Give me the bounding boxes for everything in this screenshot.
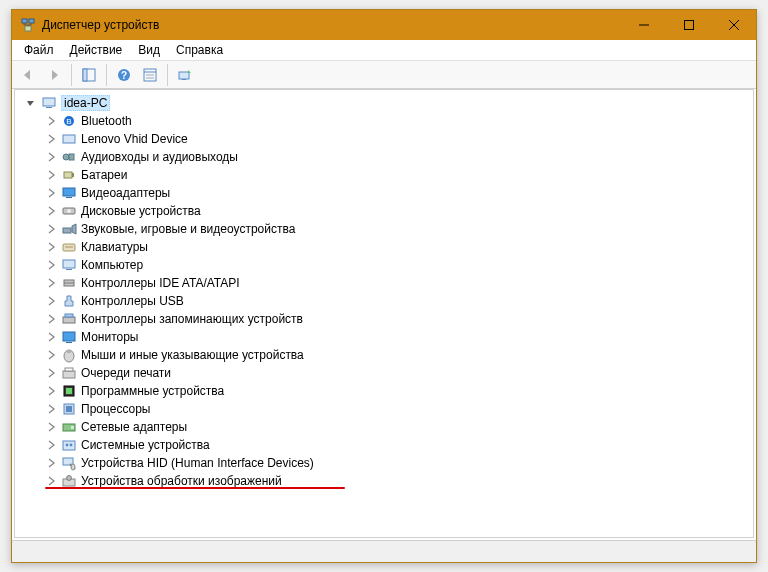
svg-rect-2 <box>25 26 31 31</box>
menu-view[interactable]: Вид <box>130 41 168 59</box>
expander-closed-icon[interactable] <box>43 365 59 381</box>
toolbar-separator <box>71 64 72 86</box>
tree-item-label: Батареи <box>81 168 127 182</box>
tree-item[interactable]: BBluetooth <box>21 112 753 130</box>
expander-closed-icon[interactable] <box>43 221 59 237</box>
tree-item[interactable]: Сетевые адаптеры <box>21 418 753 436</box>
tree-item[interactable]: Контроллеры USB <box>21 292 753 310</box>
tree-item-label: Сетевые адаптеры <box>81 420 187 434</box>
svg-rect-22 <box>46 107 52 108</box>
expander-closed-icon[interactable] <box>43 257 59 273</box>
maximize-button[interactable] <box>666 10 711 40</box>
tree-item-label: Мониторы <box>81 330 138 344</box>
tree-item-label: Видеоадаптеры <box>81 186 170 200</box>
tree-item[interactable]: Батареи <box>21 166 753 184</box>
svg-rect-34 <box>63 228 71 233</box>
expander-closed-icon[interactable] <box>43 383 59 399</box>
expander-closed-icon[interactable] <box>43 401 59 417</box>
svg-rect-0 <box>22 19 27 23</box>
tree-item[interactable]: Мониторы <box>21 328 753 346</box>
svg-rect-42 <box>65 314 73 317</box>
svg-rect-31 <box>66 197 72 198</box>
titlebar[interactable]: Диспетчер устройств <box>12 10 756 40</box>
computer-icon <box>41 95 57 111</box>
expander-closed-icon[interactable] <box>43 347 59 363</box>
tree-item-label: Мыши и иные указывающие устройства <box>81 348 304 362</box>
tree-item[interactable]: Видеоадаптеры <box>21 184 753 202</box>
expander-closed-icon[interactable] <box>43 203 59 219</box>
tree-item-label: Контроллеры запоминающих устройств <box>81 312 303 326</box>
expander-closed-icon[interactable] <box>43 167 59 183</box>
device-category-icon <box>61 437 77 453</box>
tree-item[interactable]: Клавиатуры <box>21 238 753 256</box>
tree-item[interactable]: Мыши и иные указывающие устройства <box>21 346 753 364</box>
show-hide-button[interactable] <box>77 63 101 87</box>
device-category-icon: B <box>61 113 77 129</box>
svg-rect-41 <box>63 317 75 323</box>
annotation-underline <box>45 487 345 489</box>
tree-item[interactable]: Lenovo Vhid Device <box>21 130 753 148</box>
device-category-icon <box>61 455 77 471</box>
device-category-icon <box>61 257 77 273</box>
scan-hardware-button[interactable] <box>173 63 197 87</box>
tree-item[interactable]: Очереди печати <box>21 364 753 382</box>
svg-rect-43 <box>63 332 75 341</box>
menu-action[interactable]: Действие <box>62 41 131 59</box>
menu-file[interactable]: Файл <box>16 41 62 59</box>
tree-item[interactable]: Контроллеры запоминающих устройств <box>21 310 753 328</box>
expander-closed-icon[interactable] <box>43 419 59 435</box>
forward-button[interactable] <box>42 63 66 87</box>
tree-item-label: Звуковые, игровые и видеоустройства <box>81 222 295 236</box>
tree-item-label: Компьютер <box>81 258 143 272</box>
svg-rect-52 <box>66 406 72 412</box>
tree-item[interactable]: Компьютер <box>21 256 753 274</box>
tree-item[interactable]: Звуковые, игровые и видеоустройства <box>21 220 753 238</box>
tree-item-label: Клавиатуры <box>81 240 148 254</box>
expander-closed-icon[interactable] <box>43 149 59 165</box>
expander-closed-icon[interactable] <box>43 131 59 147</box>
expander-closed-icon[interactable] <box>43 329 59 345</box>
expander-closed-icon[interactable] <box>43 239 59 255</box>
tree-item[interactable]: Аудиовходы и аудиовыходы <box>21 148 753 166</box>
svg-rect-47 <box>63 371 75 378</box>
tree-item[interactable]: Устройства HID (Human Interface Devices) <box>21 454 753 472</box>
device-category-icon <box>61 293 77 309</box>
svg-rect-38 <box>66 269 72 270</box>
device-tree-panel[interactable]: idea-PC BBluetoothLenovo Vhid DeviceАуди… <box>14 89 754 538</box>
menu-help[interactable]: Справка <box>168 41 231 59</box>
svg-point-56 <box>66 444 69 447</box>
expander-closed-icon[interactable] <box>43 437 59 453</box>
tree-root[interactable]: idea-PC <box>21 94 753 112</box>
tree-item-label: Дисковые устройства <box>81 204 201 218</box>
svg-point-59 <box>71 464 75 470</box>
properties-button[interactable] <box>138 63 162 87</box>
svg-text:B: B <box>66 117 71 126</box>
svg-point-26 <box>63 154 69 160</box>
minimize-button[interactable] <box>621 10 666 40</box>
expander-closed-icon[interactable] <box>43 185 59 201</box>
tree-item[interactable]: Контроллеры IDE ATA/ATAPI <box>21 274 753 292</box>
device-category-icon <box>61 149 77 165</box>
help-button[interactable]: ? <box>112 63 136 87</box>
tree-item[interactable]: Дисковые устройства <box>21 202 753 220</box>
svg-rect-30 <box>63 188 75 196</box>
close-button[interactable] <box>711 10 756 40</box>
back-button[interactable] <box>16 63 40 87</box>
svg-rect-29 <box>72 173 74 177</box>
svg-rect-8 <box>684 21 693 30</box>
svg-rect-46 <box>67 350 71 353</box>
device-category-icon <box>61 329 77 345</box>
device-category-icon <box>61 311 77 327</box>
expander-open-icon[interactable] <box>23 95 39 111</box>
tree-item[interactable]: Системные устройства <box>21 436 753 454</box>
expander-closed-icon[interactable] <box>43 311 59 327</box>
tree-item-label: Программные устройства <box>81 384 224 398</box>
expander-closed-icon[interactable] <box>43 275 59 291</box>
expander-closed-icon[interactable] <box>43 455 59 471</box>
tree-item-label: Устройства HID (Human Interface Devices) <box>81 456 314 470</box>
tree-item[interactable]: Программные устройства <box>21 382 753 400</box>
expander-closed-icon[interactable] <box>43 113 59 129</box>
tree-item[interactable]: Процессоры <box>21 400 753 418</box>
expander-closed-icon[interactable] <box>43 293 59 309</box>
device-category-icon <box>61 275 77 291</box>
